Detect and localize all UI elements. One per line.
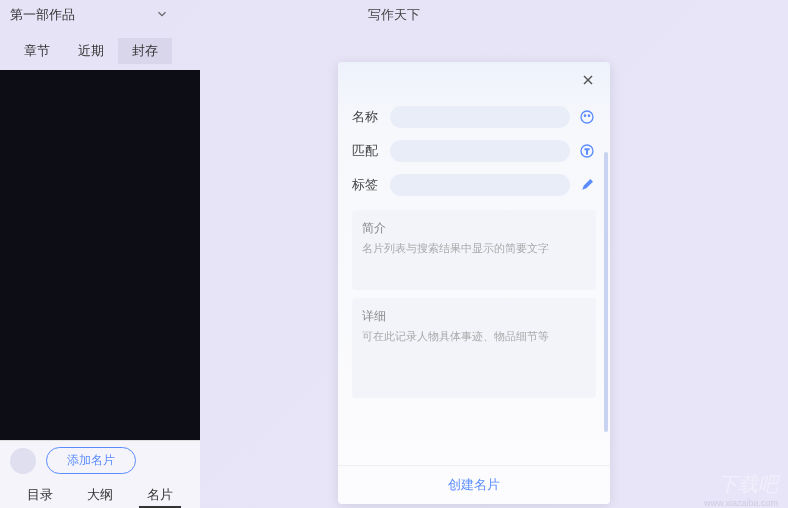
work-selector-label: 第一部作品 <box>10 6 75 24</box>
avatar[interactable] <box>10 448 36 474</box>
palette-icon[interactable] <box>578 108 596 126</box>
scrollbar[interactable] <box>604 152 608 432</box>
svg-point-3 <box>584 115 585 116</box>
tab-chapter[interactable]: 章节 <box>10 38 64 64</box>
add-card-row: 添加名片 <box>0 441 200 480</box>
detail-textbox[interactable]: 详细 可在此记录人物具体事迹、物品细节等 <box>352 298 596 398</box>
watermark-url: www.xiazaiba.com <box>704 498 778 508</box>
left-panel: 第一部作品 章节 近期 封存 添加名片 目录 大纲 名片 <box>0 0 200 508</box>
tag-row: 标签 <box>338 168 610 202</box>
add-card-button[interactable]: 添加名片 <box>46 447 136 474</box>
name-label: 名称 <box>352 108 382 126</box>
detail-title: 详细 <box>362 308 586 325</box>
watermark-logo: 下载吧 <box>718 471 778 498</box>
svg-text:T: T <box>585 148 589 155</box>
bottom-tab-outline[interactable]: 大纲 <box>79 484 121 508</box>
detail-hint: 可在此记录人物具体事迹、物品细节等 <box>362 329 586 344</box>
bottom-tab-toc[interactable]: 目录 <box>19 484 61 508</box>
match-input[interactable] <box>390 140 570 162</box>
match-label: 匹配 <box>352 142 382 160</box>
name-input[interactable] <box>390 106 570 128</box>
bottom-section: 添加名片 目录 大纲 名片 <box>0 440 200 508</box>
brief-hint: 名片列表与搜索结果中显示的简要文字 <box>362 241 586 256</box>
svg-point-2 <box>581 111 593 123</box>
top-tabs: 章节 近期 封存 <box>0 38 200 64</box>
tab-sealed[interactable]: 封存 <box>118 38 172 64</box>
tag-input[interactable] <box>390 174 570 196</box>
content-list-area <box>0 70 200 440</box>
brief-textbox[interactable]: 简介 名片列表与搜索结果中显示的简要文字 <box>352 210 596 290</box>
app-title: 写作天下 <box>368 6 420 24</box>
name-row: 名称 <box>338 100 610 134</box>
brief-title: 简介 <box>362 220 586 237</box>
tag-label: 标签 <box>352 176 382 194</box>
match-row: 匹配 T <box>338 134 610 168</box>
form-section: 名称 匹配 T 标签 简介 名片列表与搜索结果中显示的简要文字 详细 <box>338 100 610 398</box>
text-format-icon[interactable]: T <box>578 142 596 160</box>
svg-point-4 <box>588 115 589 116</box>
bottom-tabs: 目录 大纲 名片 <box>0 480 200 508</box>
card-modal: 名称 匹配 T 标签 简介 名片列表与搜索结果中显示的简要文字 详细 <box>338 62 610 504</box>
modal-footer: 创建名片 <box>338 465 610 504</box>
chevron-down-icon <box>155 7 169 24</box>
tag-icon[interactable] <box>578 176 596 194</box>
bottom-tab-card[interactable]: 名片 <box>139 484 181 508</box>
work-selector[interactable]: 第一部作品 <box>0 0 200 30</box>
create-card-button[interactable]: 创建名片 <box>448 476 500 494</box>
tab-recent[interactable]: 近期 <box>64 38 118 64</box>
close-icon[interactable] <box>580 72 596 93</box>
